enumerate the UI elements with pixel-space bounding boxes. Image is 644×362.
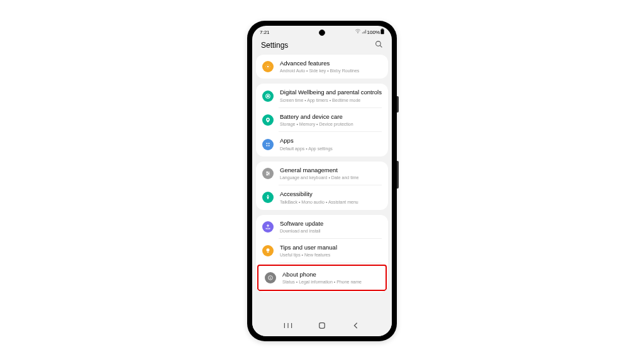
- back-button[interactable]: [350, 321, 362, 330]
- item-subtitle: Language and keyboard • Date and time: [280, 175, 382, 180]
- item-title: Software update: [280, 220, 382, 228]
- item-subtitle: Default apps • App settings: [280, 146, 382, 151]
- svg-point-18: [268, 173, 269, 174]
- settings-item-digital-wellbeing[interactable]: Digital Wellbeing and parental controls …: [256, 84, 388, 107]
- svg-point-5: [376, 41, 381, 47]
- settings-item-accessibility[interactable]: Accessibility TalkBack • Mono audio • As…: [256, 185, 388, 209]
- screen: 7:21 100%: [252, 26, 392, 336]
- item-title: About phone: [282, 271, 379, 278]
- battery-icon: [262, 114, 274, 126]
- settings-item-general-management[interactable]: General management Language and keyboard…: [256, 162, 388, 185]
- signal-icon: [362, 29, 367, 35]
- item-subtitle: Status • Legal information • Phone name: [282, 279, 379, 285]
- settings-item-apps[interactable]: Apps Default apps • App settings: [256, 132, 388, 156]
- svg-point-2: [357, 33, 358, 33]
- item-title: General management: [280, 167, 382, 174]
- settings-group: General management Language and keyboard…: [256, 162, 388, 210]
- item-subtitle: Useful tips • New features: [280, 252, 382, 258]
- settings-group: Digital Wellbeing and parental controls …: [256, 84, 388, 156]
- item-subtitle: Screen time • App timers • Bedtime mode: [280, 97, 382, 103]
- settings-item-tips[interactable]: Tips and user manual Useful tips • New f…: [256, 239, 388, 263]
- item-title: Accessibility: [280, 190, 382, 198]
- settings-item-about-phone[interactable]: About phone Status • Legal information •…: [257, 265, 387, 291]
- settings-group: Software update Download and install Tip…: [256, 215, 388, 292]
- svg-point-19: [267, 174, 268, 175]
- wellbeing-icon: [262, 90, 274, 102]
- item-subtitle: Download and install: [280, 228, 382, 234]
- svg-point-9: [267, 95, 269, 97]
- item-title: Battery and device care: [280, 113, 382, 121]
- svg-point-17: [267, 172, 268, 173]
- home-button[interactable]: [316, 321, 328, 330]
- svg-line-6: [380, 45, 382, 47]
- svg-rect-4: [380, 30, 384, 35]
- settings-group: Advanced features Android Auto • Side ke…: [256, 55, 388, 79]
- item-title: Apps: [280, 137, 382, 145]
- apps-icon: [262, 139, 274, 150]
- svg-point-11: [269, 143, 270, 144]
- side-button: [397, 96, 399, 112]
- svg-rect-3: [382, 29, 384, 30]
- settings-list: Advanced features Android Auto • Side ke…: [252, 55, 392, 316]
- settings-item-battery[interactable]: Battery and device care Storage • Memory…: [256, 108, 388, 132]
- item-subtitle: Android Auto • Side key • Bixby Routines: [280, 68, 382, 74]
- settings-item-software-update[interactable]: Software update Download and install: [256, 215, 388, 239]
- side-button: [397, 161, 399, 189]
- item-title: Tips and user manual: [280, 244, 382, 251]
- svg-point-7: [267, 66, 269, 68]
- status-time: 7:21: [260, 30, 270, 35]
- accessibility-icon: [262, 192, 274, 203]
- settings-item-advanced-features[interactable]: Advanced features Android Auto • Side ke…: [256, 55, 388, 79]
- svg-point-13: [269, 145, 270, 146]
- item-subtitle: Storage • Memory • Device protection: [280, 121, 382, 127]
- general-icon: [262, 168, 274, 179]
- battery-pct: 100%: [367, 30, 380, 35]
- item-title: Advanced features: [280, 60, 382, 67]
- battery-icon: [380, 28, 384, 36]
- item-title: Digital Wellbeing and parental controls: [280, 89, 382, 96]
- camera-notch: [319, 30, 325, 36]
- header: Settings: [252, 37, 392, 55]
- about-phone-icon: [265, 272, 276, 283]
- svg-point-20: [267, 195, 269, 196]
- wifi-icon: [355, 29, 361, 35]
- svg-point-12: [266, 145, 267, 146]
- svg-point-10: [266, 143, 267, 144]
- tips-icon: [262, 245, 274, 256]
- advanced-icon: [262, 61, 274, 72]
- nav-bar: [252, 316, 392, 336]
- page-title: Settings: [261, 41, 288, 50]
- phone-frame: 7:21 100%: [247, 21, 397, 341]
- software-update-icon: [262, 221, 274, 233]
- search-icon[interactable]: [375, 40, 383, 51]
- svg-rect-27: [319, 323, 325, 329]
- recents-button[interactable]: [282, 321, 294, 330]
- item-subtitle: TalkBack • Mono audio • Assistant menu: [280, 199, 382, 205]
